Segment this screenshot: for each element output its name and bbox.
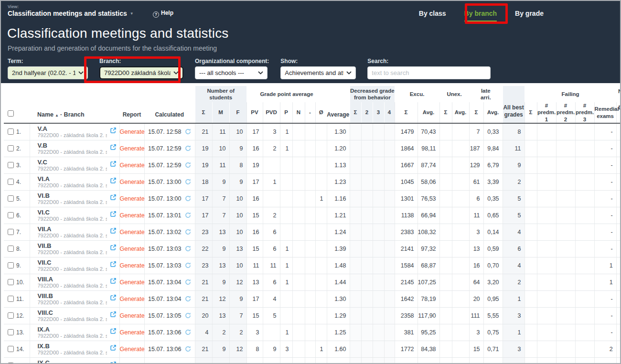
show-value: Achievements and attend (285, 69, 343, 76)
stat-cell: 3 (263, 123, 280, 140)
select-all-checkbox[interactable] (8, 110, 14, 117)
external-link-icon[interactable] (110, 278, 117, 284)
row-checkbox[interactable] (8, 246, 14, 252)
stat-cell (315, 207, 327, 224)
refresh-icon[interactable] (185, 212, 191, 218)
table-row: 7. VII.A 7922D00 - základná škola 2. stu… (4, 224, 620, 241)
refresh-icon[interactable] (185, 262, 191, 268)
stat-cell (280, 191, 292, 207)
refresh-icon[interactable] (185, 329, 191, 335)
external-link-icon[interactable] (110, 144, 117, 150)
row-checkbox[interactable] (8, 279, 14, 285)
row-checkbox[interactable] (8, 179, 14, 185)
report-cell: Generate (119, 224, 144, 241)
refresh-icon[interactable] (185, 363, 191, 363)
refresh-icon[interactable] (185, 346, 191, 352)
column-name-branch[interactable]: Name▲· Branch (30, 86, 119, 123)
stat-cell (452, 174, 469, 191)
row-checkbox[interactable] (8, 363, 14, 363)
generate-link[interactable]: Generate (120, 145, 145, 152)
generate-link[interactable]: Generate (120, 363, 145, 363)
generate-link[interactable]: Generate (120, 296, 145, 302)
stat-cell: 21 (195, 291, 212, 308)
stat-cell: 1.21 (327, 207, 350, 224)
class-cell: V.B 7922D00 - základná škola 2. stupeň (30, 140, 119, 157)
generate-link[interactable]: Generate (120, 179, 145, 185)
stat-cell (305, 358, 315, 363)
generate-link[interactable]: Generate (120, 162, 145, 169)
refresh-icon[interactable] (185, 229, 191, 235)
refresh-icon[interactable] (185, 179, 191, 185)
row-checkbox[interactable] (8, 312, 14, 319)
stat-cell: 87,74 (418, 157, 439, 174)
generate-link[interactable]: Generate (120, 229, 145, 236)
class-branch: 7922D00 - základná škola 2. stupeň (38, 333, 107, 339)
external-link-icon[interactable] (110, 211, 117, 217)
external-link-icon[interactable] (110, 328, 117, 334)
stat-cell: 11 (212, 123, 229, 140)
external-link-icon[interactable] (110, 294, 117, 301)
refresh-icon[interactable] (185, 296, 191, 302)
refresh-icon[interactable] (185, 312, 191, 319)
external-link-icon[interactable] (110, 311, 117, 318)
row-checkbox[interactable] (8, 229, 14, 235)
external-link-icon[interactable] (110, 194, 117, 201)
help-button[interactable]: ?Help (153, 10, 173, 18)
branch-select[interactable]: 7922D00 základná škola : (99, 66, 183, 79)
refresh-icon[interactable] (185, 279, 191, 285)
external-link-icon[interactable] (110, 361, 117, 363)
generate-link[interactable]: Generate (120, 262, 145, 269)
tab-by-grade[interactable]: By grade (515, 10, 544, 21)
stat-cell (373, 257, 384, 274)
external-link-icon[interactable] (110, 177, 117, 184)
refresh-icon[interactable] (185, 195, 191, 202)
row-checkbox[interactable] (8, 329, 14, 335)
term-select[interactable]: 2nd halfyear (02.02. - 10. (8, 66, 88, 79)
stat-cell (616, 358, 620, 363)
generate-link[interactable]: Generate (120, 195, 145, 202)
generate-link[interactable]: Generate (120, 246, 145, 252)
class-cell: VI.B 7922D00 - základná škola 2. stupeň (30, 191, 119, 207)
row-checkbox[interactable] (8, 162, 14, 168)
refresh-icon[interactable] (185, 162, 191, 168)
col-late-avg: Avg. (483, 102, 503, 123)
search-input[interactable] (367, 66, 491, 79)
tab-by-class[interactable]: By class (419, 10, 446, 21)
generate-link[interactable]: Generate (120, 212, 145, 219)
col-excused-sigma: Σ (395, 102, 418, 123)
external-link-icon[interactable] (110, 161, 117, 167)
stat-cell: 6 (263, 274, 280, 291)
row-checkbox[interactable] (8, 128, 14, 135)
generate-link[interactable]: Generate (120, 346, 145, 353)
generate-link[interactable]: Generate (120, 329, 145, 336)
tab-by-branch[interactable]: By branch (464, 10, 497, 21)
table-row: 3. V.C 7922D00 - základná škola 2. stupe… (4, 157, 620, 174)
external-link-icon[interactable] (110, 344, 117, 351)
view-switcher[interactable]: View: Classification meetings and statis… (8, 4, 134, 18)
refresh-icon[interactable] (185, 246, 191, 252)
org-component-select[interactable]: --- all schools --- (195, 66, 268, 79)
stat-cell (452, 324, 469, 341)
branch-header-label: · Branch (60, 111, 85, 118)
row-checkbox[interactable] (8, 346, 14, 352)
refresh-icon[interactable] (185, 145, 191, 151)
external-link-icon[interactable] (110, 244, 117, 251)
stat-cell (305, 157, 315, 174)
stat-cell: 7 (212, 358, 229, 363)
external-link-icon[interactable] (110, 127, 117, 134)
generate-link[interactable]: Generate (120, 128, 145, 135)
row-checkbox[interactable] (8, 212, 14, 218)
external-link-icon[interactable] (110, 227, 117, 234)
row-checkbox[interactable] (8, 145, 14, 151)
show-select[interactable]: Achievements and attend (280, 66, 356, 79)
external-link-icon[interactable] (110, 261, 117, 268)
generate-link[interactable]: Generate (120, 279, 145, 286)
row-checkbox[interactable] (8, 262, 14, 268)
refresh-icon[interactable] (185, 128, 191, 135)
stat-cell (384, 308, 395, 324)
class-branch: 7922D00 - základná škola 2. stupeň (38, 199, 107, 205)
row-checkbox[interactable] (8, 195, 14, 202)
generate-link[interactable]: Generate (120, 312, 145, 319)
row-checkbox[interactable] (8, 296, 14, 302)
stat-cell: 1 (503, 324, 525, 341)
